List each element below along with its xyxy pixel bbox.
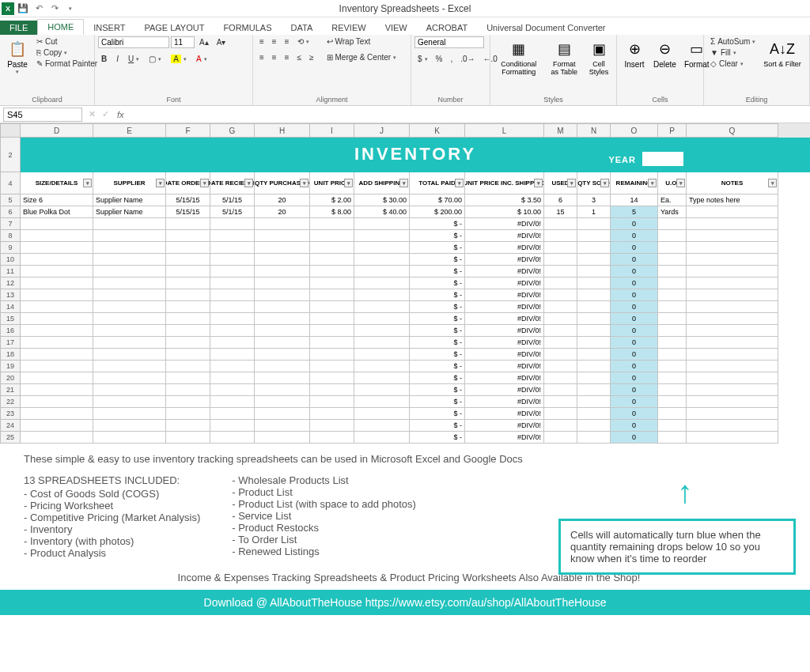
row-header[interactable]: 15 [0,313,21,325]
table-cell[interactable] [544,277,577,289]
table-cell[interactable]: $ - [410,218,465,230]
table-cell[interactable] [687,313,778,325]
redo-icon[interactable]: ↷ [47,2,62,16]
table-cell[interactable] [166,420,210,432]
table-cell[interactable] [310,218,354,230]
table-cell[interactable] [687,337,778,349]
table-cell[interactable] [544,218,577,230]
table-cell[interactable] [255,432,310,444]
table-cell[interactable] [354,372,410,384]
filter-icon[interactable]: ▾ [676,179,685,187]
table-cell[interactable] [21,301,93,313]
table-cell[interactable] [210,266,255,277]
table-cell[interactable]: $ 40.00 [354,206,410,218]
table-cell[interactable] [21,432,93,444]
table-cell[interactable]: $ - [410,266,465,277]
table-cell[interactable]: 0 [611,384,658,396]
table-cell[interactable]: 5/15/15 [166,194,210,206]
table-cell[interactable] [687,372,778,384]
table-cell[interactable]: #DIV/0! [465,242,544,254]
table-cell[interactable]: 0 [611,396,658,408]
table-cell[interactable] [210,420,255,432]
table-cell[interactable] [577,277,611,289]
table-cell[interactable] [658,396,687,408]
filter-icon[interactable]: ▾ [244,179,253,187]
table-cell[interactable] [354,277,410,289]
row-header[interactable]: 22 [0,396,21,408]
column-header-P[interactable]: P [658,123,687,138]
table-header[interactable]: UNIT PRICE INC. SHIPPING▾ [465,172,544,194]
table-cell[interactable] [687,349,778,361]
table-cell[interactable] [255,254,310,266]
table-cell[interactable] [93,349,166,361]
table-cell[interactable] [255,230,310,242]
table-cell[interactable]: Yards [658,206,687,218]
table-cell[interactable] [658,349,687,361]
copy-button[interactable]: ⎘Copy▾ [33,47,100,58]
table-cell[interactable]: 0 [611,337,658,349]
column-header-E[interactable]: E [93,123,166,138]
filter-icon[interactable]: ▾ [768,179,777,187]
table-cell[interactable] [21,337,93,349]
table-cell[interactable] [166,301,210,313]
clear-button[interactable]: ◇Clear▾ [707,59,759,69]
currency-button[interactable]: $▾ [414,54,431,64]
table-cell[interactable] [310,289,354,301]
table-cell[interactable]: 5/1/15 [210,206,255,218]
percent-button[interactable]: % [433,54,446,64]
table-cell[interactable] [354,254,410,266]
row-header[interactable]: 9 [0,242,21,254]
font-face-combo[interactable]: Calibri [98,36,169,48]
align-top-button[interactable]: ≡ [256,36,267,47]
table-cell[interactable]: #DIV/0! [465,349,544,361]
table-cell[interactable] [544,432,577,444]
table-cell[interactable]: $ - [410,384,465,396]
table-cell[interactable] [310,384,354,396]
table-cell[interactable] [658,301,687,313]
table-cell[interactable] [544,408,577,420]
table-cell[interactable]: 0 [611,301,658,313]
column-header-O[interactable]: O [611,123,658,138]
table-cell[interactable] [21,396,93,408]
table-cell[interactable]: $ 30.00 [354,194,410,206]
undo-icon[interactable]: ↶ [32,2,46,16]
table-cell[interactable]: 0 [611,242,658,254]
table-cell[interactable]: #DIV/0! [465,301,544,313]
table-header[interactable]: QTY PURCHASED▾ [255,172,310,194]
row-header[interactable]: 14 [0,301,21,313]
table-cell[interactable] [93,325,166,337]
table-cell[interactable] [310,372,354,384]
column-header-K[interactable]: K [410,123,465,138]
table-cell[interactable] [310,361,354,372]
table-cell[interactable] [687,432,778,444]
table-cell[interactable] [354,396,410,408]
tab-insert[interactable]: INSERT [84,21,134,35]
table-cell[interactable]: 0 [611,432,658,444]
table-cell[interactable] [210,349,255,361]
column-header-H[interactable]: H [255,123,310,138]
table-cell[interactable] [577,432,611,444]
table-cell[interactable] [210,396,255,408]
sort-filter-button[interactable]: A↓ZSort & Filter [760,36,804,70]
table-cell[interactable] [166,349,210,361]
table-cell[interactable] [687,396,778,408]
table-cell[interactable] [93,301,166,313]
table-cell[interactable]: 0 [611,277,658,289]
table-cell[interactable] [310,420,354,432]
decrease-font-button[interactable]: A▾ [214,36,229,48]
table-cell[interactable] [354,432,410,444]
row-header[interactable]: 25 [0,432,21,444]
table-cell[interactable] [310,325,354,337]
table-cell[interactable] [658,361,687,372]
table-cell[interactable]: 5/15/15 [166,206,210,218]
table-cell[interactable] [687,420,778,432]
table-cell[interactable]: #DIV/0! [465,396,544,408]
table-cell[interactable]: 6 [544,194,577,206]
table-header[interactable]: NOTES▾ [687,172,778,194]
table-cell[interactable] [544,301,577,313]
table-header[interactable]: USED▾ [544,172,577,194]
table-cell[interactable] [687,361,778,372]
table-cell[interactable] [21,230,93,242]
table-cell[interactable] [354,337,410,349]
tab-view[interactable]: VIEW [376,21,417,35]
